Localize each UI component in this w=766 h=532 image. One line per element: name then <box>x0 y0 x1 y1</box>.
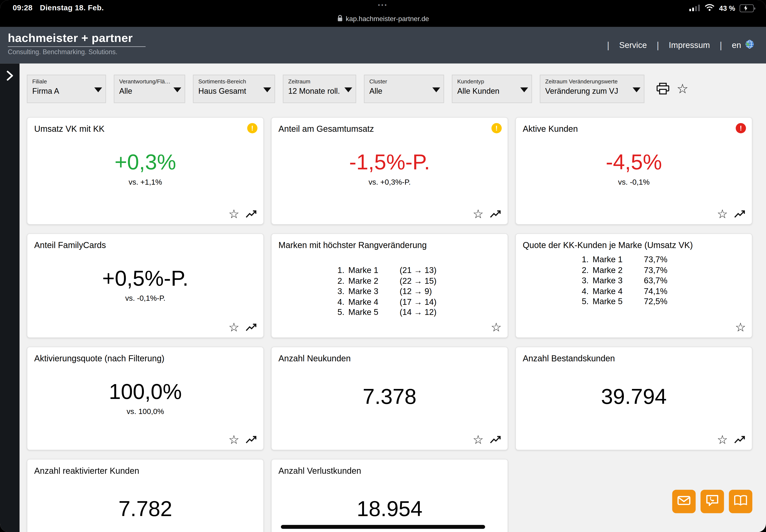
list-item: 1. Marke 1 (21 → 13) <box>336 265 444 276</box>
filter-zeitraum-veraenderungswerte[interactable]: Zeitraum Veränderungswerte Veränderung z… <box>540 75 644 103</box>
nav-separator: | <box>607 40 610 51</box>
warning-yellow-icon: ! <box>247 123 257 133</box>
card-title: Anzahl Bestandskunden <box>523 353 745 364</box>
home-indicator[interactable] <box>281 525 485 529</box>
trend-chart-icon[interactable] <box>490 210 502 219</box>
favorite-star-icon[interactable]: ☆ <box>228 321 239 334</box>
filter-value: Firma A <box>32 87 93 96</box>
list-item: 5. Marke 5 (14 → 12) <box>336 307 444 318</box>
card-anzahl-neukunden[interactable]: Anzahl Neukunden 7.378 ☆ <box>271 347 508 450</box>
dropdown-arrow-icon <box>94 87 102 92</box>
chat-phone-icon <box>705 494 719 509</box>
dropdown-arrow-icon <box>344 87 352 92</box>
rank: 5. <box>336 307 348 318</box>
rank-change: (12 → 9) <box>400 286 444 297</box>
cellular-icon <box>689 4 700 12</box>
card-title: Anteil FamilyCards <box>34 240 256 250</box>
filter-sortiments-bereich[interactable]: Sortiments-Bereich Haus Gesamt <box>193 75 275 103</box>
trend-chart-icon[interactable] <box>490 435 502 444</box>
filter-kundentyp[interactable]: Kundentyp Alle Kunden <box>452 75 532 103</box>
trend-chart-icon[interactable] <box>245 210 257 219</box>
card-anteil-familycards[interactable]: Anteil FamilyCards +0,5%-P. vs. -0,1%-P.… <box>27 233 264 338</box>
brand-name: Marke 1 <box>593 255 644 265</box>
card-title: Anzahl Neukunden <box>278 353 501 364</box>
list-item: 2. Marke 2 (22 → 15) <box>336 276 444 286</box>
sidebar-expand-chevron-icon[interactable] <box>6 70 14 83</box>
support-chat-button[interactable] <box>701 490 724 513</box>
language-switcher[interactable]: en <box>732 39 754 51</box>
rank: 1. <box>580 255 593 265</box>
card-title: Anzahl Verlustkunden <box>278 465 501 476</box>
rank-change: (17 → 14) <box>400 297 444 307</box>
kpi-value: 18.954 <box>357 498 423 520</box>
card-aktivierungsquote[interactable]: Aktivierungsquote (nach Filterung) 100,0… <box>27 347 264 450</box>
list-item: 4. Marke 4 74,1% <box>580 286 688 296</box>
list-item: 2. Marke 2 73,7% <box>580 265 688 275</box>
trend-chart-icon[interactable] <box>734 435 746 444</box>
favorite-star-icon[interactable]: ☆ <box>735 321 746 334</box>
card-title: Umsatz VK mit KK <box>34 124 256 134</box>
book-icon <box>733 495 748 508</box>
kpi-value: 100,0% <box>109 380 182 403</box>
address-bar[interactable]: kap.hachmeister-partner.de <box>0 15 766 22</box>
kpi-value: 39.794 <box>601 385 667 408</box>
filter-value: Alle Kunden <box>457 87 519 96</box>
filter-verantwortung[interactable]: Verantwortung/Flä… Alle <box>114 75 185 103</box>
print-icon[interactable] <box>656 83 670 95</box>
favorite-star-icon[interactable]: ☆ <box>473 208 484 220</box>
language-code: en <box>732 40 741 50</box>
trend-chart-icon[interactable] <box>245 435 257 444</box>
favorite-star-icon[interactable]: ☆ <box>717 434 728 446</box>
multitask-dots-icon: ••• <box>0 2 766 8</box>
card-marken-rangveraenderung[interactable]: Marken mit höchster Rangveränderung 1. M… <box>271 233 508 338</box>
rank: 4. <box>336 297 348 307</box>
manual-button[interactable] <box>729 490 752 513</box>
filter-label: Zeitraum <box>288 79 343 84</box>
card-aktive-kunden[interactable]: Aktive Kunden ! -4,5% vs. -0,1% ☆ <box>516 117 752 225</box>
card-anteil-am-gesamtumsatz[interactable]: Anteil am Gesamtumsatz ! -1,5%-P. vs. +0… <box>271 117 508 225</box>
card-anzahl-verlustkunden[interactable]: Anzahl Verlustkunden 18.954 <box>271 459 508 532</box>
rank-change: (22 → 15) <box>400 276 444 286</box>
quote-value: 63,7% <box>644 275 688 286</box>
dropdown-arrow-icon <box>432 87 440 92</box>
filter-cluster[interactable]: Cluster Alle <box>364 75 444 103</box>
list-item: 1. Marke 1 73,7% <box>580 255 688 265</box>
kpi-value: 7.378 <box>363 385 417 408</box>
card-umsatz-vk-mit-kk[interactable]: Umsatz VK mit KK ! +0,3% vs. +1,1% ☆ <box>27 117 264 225</box>
filter-filiale[interactable]: Filiale Firma A <box>27 75 106 103</box>
favorite-star-icon[interactable]: ☆ <box>717 208 728 220</box>
battery-icon <box>740 4 755 12</box>
brand-name: Marke 4 <box>348 297 400 307</box>
brand-name: Marke 2 <box>593 265 644 275</box>
card-title: Quote der KK-Kunden je Marke (Umsatz VK) <box>523 240 745 250</box>
favorite-star-icon[interactable]: ☆ <box>228 434 239 446</box>
filter-value: Haus Gesamt <box>198 87 262 96</box>
brand-name: Marke 1 <box>348 265 400 276</box>
ipad-screen: 09:28 Dienstag 18. Feb. ••• kap.hachmeis… <box>0 0 766 532</box>
filter-zeitraum[interactable]: Zeitraum 12 Monate roll. <box>283 75 356 103</box>
trend-chart-icon[interactable] <box>734 210 746 219</box>
card-quote-kk-kunden-je-marke[interactable]: Quote der KK-Kunden je Marke (Umsatz VK)… <box>516 233 752 338</box>
favorite-star-icon[interactable]: ☆ <box>491 321 502 334</box>
nav-service[interactable]: Service <box>619 40 647 50</box>
filter-value: Alle <box>119 87 172 96</box>
dropdown-arrow-icon <box>520 87 528 92</box>
filter-label: Zeitraum Veränderungswerte <box>545 79 631 84</box>
ios-status-bar: 09:28 Dienstag 18. Feb. ••• kap.hachmeis… <box>0 0 766 27</box>
filter-label: Cluster <box>369 79 431 84</box>
favorite-star-icon[interactable]: ☆ <box>473 434 484 446</box>
kpi-compare: vs. -0,1% <box>618 178 650 187</box>
favorite-star-icon[interactable]: ☆ <box>677 82 688 95</box>
company-logo[interactable]: hachmeister + partner Consulting. Benchm… <box>8 31 146 56</box>
logo-text: hachmeister + partner <box>8 31 146 45</box>
wifi-icon <box>705 4 715 13</box>
header-nav: | Service | Impressum | en <box>607 27 754 63</box>
kpi-value: +0,5%-P. <box>102 267 188 290</box>
nav-impressum[interactable]: Impressum <box>669 40 710 50</box>
trend-chart-icon[interactable] <box>245 323 257 332</box>
card-anzahl-reaktivierter-kunden[interactable]: Anzahl reaktivierter Kunden 7.782 <box>27 459 264 532</box>
mail-button[interactable] <box>672 490 696 513</box>
card-anzahl-bestandskunden[interactable]: Anzahl Bestandskunden 39.794 ☆ <box>516 347 752 450</box>
kpi-compare: vs. -0,1%-P. <box>125 294 165 303</box>
favorite-star-icon[interactable]: ☆ <box>228 208 239 220</box>
